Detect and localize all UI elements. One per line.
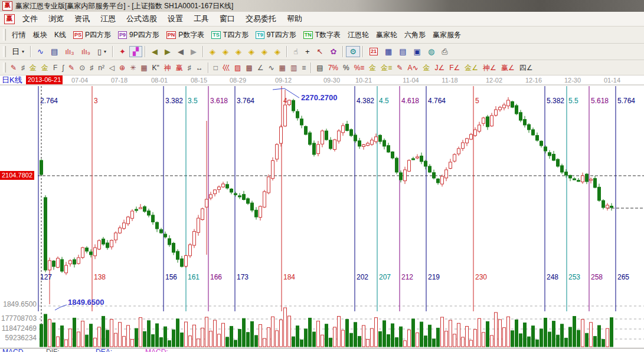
chart-area: 日K线 2013-06-21 2104.7802 1849.6500 MACD … — [0, 0, 644, 352]
app-window: 赢 赢家江恩专业版[赢家内部服务平台] - [上证指数 SH1A0001-167… — [0, 0, 644, 352]
chart-canvas[interactable] — [0, 0, 644, 352]
